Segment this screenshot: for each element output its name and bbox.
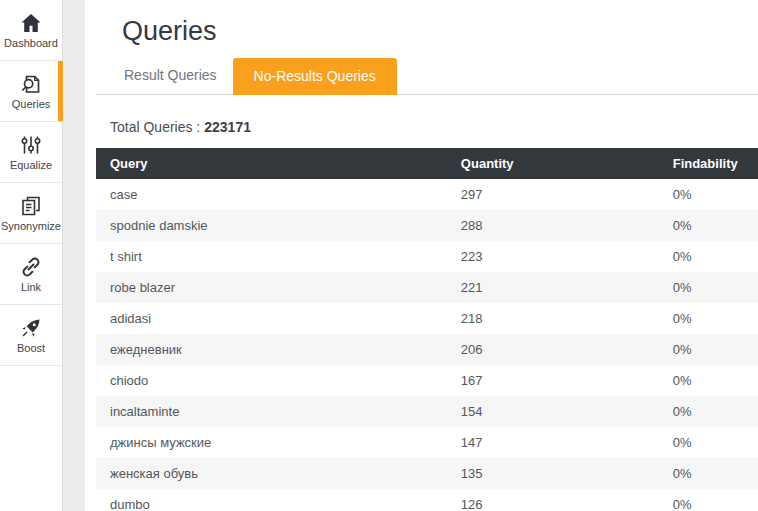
sidebar-item-boost[interactable]: Boost bbox=[0, 305, 62, 366]
boost-icon bbox=[19, 316, 43, 340]
quantity-cell: 126 bbox=[447, 489, 659, 511]
sidebar-item-synonymize[interactable]: Synonymize bbox=[0, 183, 62, 244]
findability-cell: 0% bbox=[659, 210, 758, 241]
query-cell: женская обувь bbox=[96, 458, 447, 489]
column-header-query: Query bbox=[96, 148, 447, 179]
table-row: spodnie damskie 288 0% bbox=[96, 210, 758, 241]
content-card: Queries Result Queries No-Results Querie… bbox=[85, 0, 758, 511]
link-icon bbox=[19, 255, 43, 279]
findability-cell: 0% bbox=[659, 272, 758, 303]
sidebar-item-label: Queries bbox=[12, 99, 51, 110]
query-cell: adidasi bbox=[96, 303, 447, 334]
tab-result-queries[interactable]: Result Queries bbox=[108, 57, 233, 94]
findability-cell: 0% bbox=[659, 334, 758, 365]
tab-bar: Result Queries No-Results Queries bbox=[96, 57, 758, 95]
sidebar-item-label: Synonymize bbox=[1, 221, 61, 232]
query-cell: case bbox=[96, 179, 447, 210]
sidebar-item-queries[interactable]: Queries bbox=[0, 61, 62, 122]
table-row: adidasi 218 0% bbox=[96, 303, 758, 334]
column-header-quantity: Quantity bbox=[447, 148, 659, 179]
query-cell: dumbo bbox=[96, 489, 447, 511]
findability-cell: 0% bbox=[659, 396, 758, 427]
total-queries-label: Total Queries : bbox=[110, 119, 200, 135]
findability-cell: 0% bbox=[659, 365, 758, 396]
table-row: женская обувь 135 0% bbox=[96, 458, 758, 489]
queries-table-wrap: Query Quantity Findability case 297 0% s… bbox=[96, 148, 758, 511]
query-cell: t shirt bbox=[96, 241, 447, 272]
findability-cell: 0% bbox=[659, 179, 758, 210]
findability-cell: 0% bbox=[659, 241, 758, 272]
column-header-findability: Findability bbox=[659, 148, 758, 179]
table-row: incaltaminte 154 0% bbox=[96, 396, 758, 427]
findability-cell: 0% bbox=[659, 458, 758, 489]
queries-icon bbox=[19, 72, 43, 96]
main-area: Queries Result Queries No-Results Querie… bbox=[63, 0, 758, 511]
query-cell: robe blazer bbox=[96, 272, 447, 303]
equalize-icon bbox=[19, 133, 43, 157]
sidebar-item-dashboard[interactable]: Dashboard bbox=[0, 0, 62, 61]
table-row: chiodo 167 0% bbox=[96, 365, 758, 396]
quantity-cell: 288 bbox=[447, 210, 659, 241]
quantity-cell: 147 bbox=[447, 427, 659, 458]
table-row: ежедневник 206 0% bbox=[96, 334, 758, 365]
quantity-cell: 221 bbox=[447, 272, 659, 303]
quantity-cell: 154 bbox=[447, 396, 659, 427]
query-cell: chiodo bbox=[96, 365, 447, 396]
quantity-cell: 135 bbox=[447, 458, 659, 489]
sidebar-item-equalize[interactable]: Equalize bbox=[0, 122, 62, 183]
findability-cell: 0% bbox=[659, 303, 758, 334]
sidebar-item-label: Dashboard bbox=[4, 38, 58, 49]
synonymize-icon bbox=[19, 194, 43, 218]
query-cell: spodnie damskie bbox=[96, 210, 447, 241]
quantity-cell: 218 bbox=[447, 303, 659, 334]
total-queries: Total Queries :223171 bbox=[110, 119, 758, 135]
home-icon bbox=[19, 11, 43, 35]
table-header-row: Query Quantity Findability bbox=[96, 148, 758, 179]
quantity-cell: 206 bbox=[447, 334, 659, 365]
query-cell: incaltaminte bbox=[96, 396, 447, 427]
table-row: джинсы мужские 147 0% bbox=[96, 427, 758, 458]
sidebar-item-label: Boost bbox=[17, 343, 45, 354]
query-cell: джинсы мужские bbox=[96, 427, 447, 458]
quantity-cell: 167 bbox=[447, 365, 659, 396]
table-row: dumbo 126 0% bbox=[96, 489, 758, 511]
app-window: Dashboard Queries bbox=[0, 0, 758, 511]
queries-table: Query Quantity Findability case 297 0% s… bbox=[96, 148, 758, 511]
active-indicator bbox=[58, 61, 63, 121]
table-row: t shirt 223 0% bbox=[96, 241, 758, 272]
tab-no-results-queries[interactable]: No-Results Queries bbox=[233, 58, 397, 95]
quantity-cell: 223 bbox=[447, 241, 659, 272]
quantity-cell: 297 bbox=[447, 179, 659, 210]
sidebar: Dashboard Queries bbox=[0, 0, 63, 511]
sidebar-item-link[interactable]: Link bbox=[0, 244, 62, 305]
sidebar-item-label: Link bbox=[21, 282, 41, 293]
total-queries-value: 223171 bbox=[204, 119, 251, 135]
page-title: Queries bbox=[122, 16, 758, 47]
table-row: robe blazer 221 0% bbox=[96, 272, 758, 303]
sidebar-item-label: Equalize bbox=[10, 160, 52, 171]
table-row: case 297 0% bbox=[96, 179, 758, 210]
query-cell: ежедневник bbox=[96, 334, 447, 365]
findability-cell: 0% bbox=[659, 489, 758, 511]
findability-cell: 0% bbox=[659, 427, 758, 458]
